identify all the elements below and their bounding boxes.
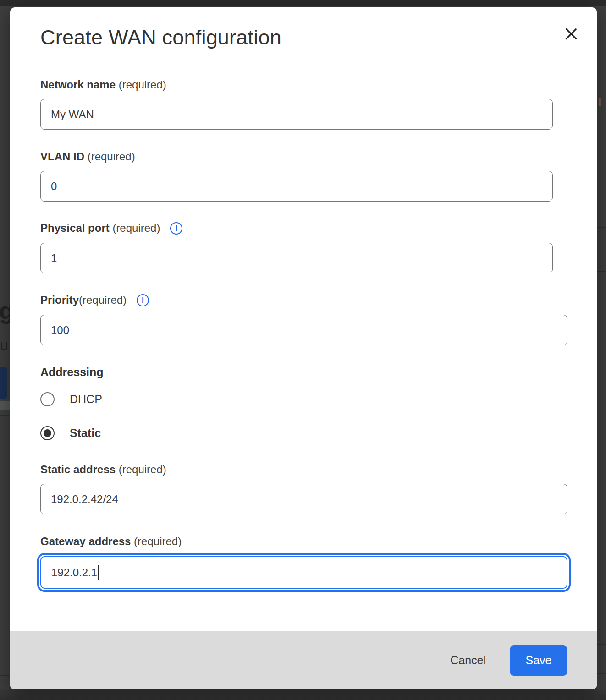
- priority-label: Priority(required)i: [40, 294, 149, 306]
- static-address-label: Static address (required): [40, 463, 166, 476]
- physical-port-label: Physical port (required)i: [40, 222, 182, 235]
- radio-selected-icon[interactable]: [40, 426, 55, 440]
- gateway-address-input[interactable]: 192.0.2.1: [40, 556, 567, 589]
- backdrop-bottom-band: [0, 689, 606, 700]
- create-wan-configuration-dialog: Create WAN configuration Network name (r…: [10, 7, 597, 689]
- background-fragment: [597, 673, 606, 674]
- physical-port-input[interactable]: [40, 243, 553, 273]
- background-fragment: l: [599, 95, 601, 109]
- background-fragment: [0, 675, 10, 676]
- info-icon[interactable]: i: [137, 294, 149, 306]
- background-fragment: [597, 644, 606, 645]
- radio-label: Static: [70, 427, 101, 440]
- network-name-input[interactable]: [40, 99, 553, 130]
- addressing-heading: Addressing: [40, 366, 104, 379]
- background-fragment: [0, 415, 10, 416]
- background-fragment: [597, 257, 606, 257]
- addressing-option-dhcp[interactable]: DHCP: [40, 392, 102, 406]
- close-icon[interactable]: [561, 24, 581, 44]
- save-button[interactable]: Save: [510, 645, 567, 676]
- backdrop-top-band: [0, 0, 606, 6]
- background-fragment: [0, 645, 10, 645]
- vlan-id-input[interactable]: [40, 171, 553, 202]
- gateway-address-value: 192.0.2.1: [51, 566, 97, 579]
- background-fragment: [0, 367, 7, 399]
- cancel-button[interactable]: Cancel: [450, 654, 486, 667]
- priority-input[interactable]: [40, 315, 567, 345]
- info-icon[interactable]: i: [170, 222, 182, 235]
- background-fragment: [597, 227, 606, 228]
- background-fragment: u: [0, 337, 8, 354]
- radio-label: DHCP: [70, 393, 102, 406]
- static-address-input[interactable]: [40, 484, 567, 514]
- vlan-id-label: VLAN ID (required): [40, 150, 135, 163]
- page-title: Create WAN configuration: [40, 26, 281, 49]
- radio-unselected-icon[interactable]: [40, 392, 55, 406]
- dialog-footer: Cancel Save: [10, 631, 597, 689]
- radio-dot: [44, 429, 51, 437]
- network-name-label: Network name (required): [40, 78, 166, 91]
- addressing-option-static[interactable]: Static: [40, 426, 101, 440]
- gateway-address-label: Gateway address (required): [40, 535, 182, 548]
- text-cursor: [98, 565, 99, 580]
- background-fragment: [0, 401, 10, 410]
- background-fragment: [597, 271, 606, 272]
